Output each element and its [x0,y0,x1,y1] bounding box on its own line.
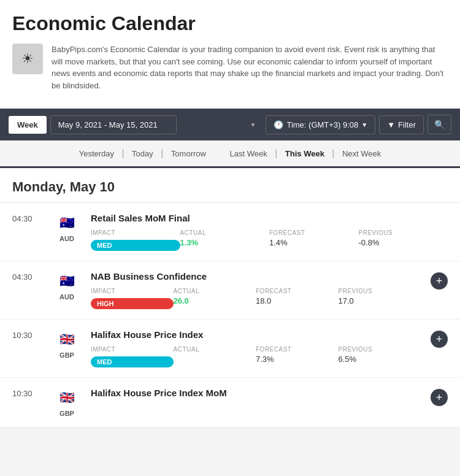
actual-label: ACTUAL [174,346,256,353]
chevron-down-icon: ▼ [361,121,367,128]
nav-today[interactable]: Today [132,149,153,158]
flag-col: 🇦🇺 AUD [53,213,81,242]
nav-this-week[interactable]: This Week [285,149,324,158]
nav-next-week[interactable]: Next Week [342,149,381,158]
flag-col: 🇦🇺 AUD [53,271,81,301]
actual-label: ACTUAL [180,229,270,236]
quick-nav: Yesterday | Today | Tomorrow Last Week |… [0,140,460,168]
currency-label: GBP [59,410,74,417]
previous-value: 6.5% [339,355,421,364]
table-row: 10:30 🇬🇧 GBP Halifax House Price Index I… [0,320,460,378]
page-header: Economic Calendar ☀ BabyPips.com's Econo… [0,0,460,109]
nav-last-week[interactable]: Last Week [230,149,267,158]
event-time: 10:30 [12,388,43,398]
expand-button[interactable]: + [431,389,448,406]
event-time: 04:30 [12,271,43,282]
search-button[interactable]: 🔍 [427,115,451,134]
forecast-value: 18.0 [256,296,339,305]
event-body: Halifax House Price Index MoM [91,388,421,404]
impact-badge: MED [91,356,174,367]
flag-col: 🇬🇧 GBP [53,329,81,359]
event-title: Halifax House Price Index [91,329,421,340]
event-meta: IMPACT MED ACTUAL FORECAST 7.3% PREVIOUS… [91,346,421,367]
event-title: Halifax House Price Index MoM [91,388,421,398]
actual-value: 1.3% [180,238,270,247]
impact-col: IMPACT HIGH [91,288,174,309]
impact-badge: MED [91,240,180,251]
forecast-value: 1.4% [269,238,359,247]
description-text: BabyPips.com's Economic Calendar is your… [52,44,448,91]
date-range-wrapper: May 9, 2021 - May 15, 2021 [50,115,263,134]
page-title: Economic Calendar [12,12,448,35]
impact-label: IMPACT [91,229,180,236]
week-button[interactable]: Week [9,116,47,134]
calendar-icon: ☀ [12,44,43,74]
actual-label: ACTUAL [174,288,256,294]
currency-label: GBP [59,351,74,359]
impact-col: IMPACT MED [91,229,180,251]
flag-col: 🇬🇧 GBP [53,388,81,417]
table-row: 04:30 🇦🇺 AUD NAB Business Confidence IMP… [0,261,460,320]
forecast-label: FORECAST [256,346,339,353]
event-title: Retail Sales MoM Final [91,213,448,223]
event-body: Halifax House Price Index IMPACT MED ACT… [91,329,421,367]
expand-button[interactable]: + [431,272,448,290]
forecast-label: FORECAST [269,229,359,236]
description-box: ☀ BabyPips.com's Economic Calendar is yo… [12,44,448,91]
currency-label: AUD [59,293,74,301]
impact-label: IMPACT [91,288,174,294]
event-time: 04:30 [12,213,43,223]
forecast-value: 7.3% [256,355,339,364]
impact-col: IMPACT MED [91,346,174,367]
impact-label: IMPACT [91,346,174,353]
actual-col: ACTUAL 26.0 [174,288,256,309]
event-body: NAB Business Confidence IMPACT HIGH ACTU… [91,271,421,309]
previous-value: -0.8% [359,238,448,247]
impact-badge: HIGH [91,298,174,309]
nav-tomorrow[interactable]: Tomorrow [171,149,206,158]
previous-label: PREVIOUS [339,288,421,294]
previous-label: PREVIOUS [359,229,448,236]
filter-icon: ▼ [387,120,395,129]
clock-icon: 🕐 [274,120,283,129]
event-meta: IMPACT HIGH ACTUAL 26.0 FORECAST 18.0 PR… [91,288,421,309]
gbp-flag: 🇬🇧 [57,388,77,407]
forecast-col: FORECAST 1.4% [269,229,359,251]
event-body: Retail Sales MoM Final IMPACT MED ACTUAL… [91,213,448,251]
table-row: 10:30 🇬🇧 GBP Halifax House Price Index M… [0,378,460,428]
calendar-content: Monday, May 10 04:30 🇦🇺 AUD Retail Sales… [0,168,460,428]
actual-value: 26.0 [174,296,256,305]
time-button[interactable]: 🕐 Time: (GMT+3) 9:08 ▼ [266,115,375,134]
actual-col: ACTUAL 1.3% [180,229,270,251]
aud-flag: 🇦🇺 [57,213,77,232]
currency-label: AUD [59,235,74,242]
table-row: 04:30 🇦🇺 AUD Retail Sales MoM Final IMPA… [0,203,460,261]
toolbar: Week May 9, 2021 - May 15, 2021 🕐 Time: … [0,109,460,140]
date-range-select[interactable]: May 9, 2021 - May 15, 2021 [50,115,177,134]
forecast-col: FORECAST 18.0 [256,288,339,309]
event-title: NAB Business Confidence [91,271,421,282]
gbp-flag: 🇬🇧 [57,329,77,349]
event-time: 10:30 [12,329,43,340]
forecast-col: FORECAST 7.3% [256,346,339,367]
actual-col: ACTUAL [174,346,256,367]
nav-yesterday[interactable]: Yesterday [79,149,114,158]
expand-button[interactable]: + [431,331,448,348]
previous-value: 17.0 [339,296,421,305]
event-meta: IMPACT MED ACTUAL 1.3% FORECAST 1.4% PRE… [91,229,448,251]
previous-col: PREVIOUS -0.8% [359,229,448,251]
forecast-label: FORECAST [256,288,339,294]
filter-button[interactable]: ▼ Filter [379,115,424,134]
previous-col: PREVIOUS 6.5% [339,346,421,367]
previous-label: PREVIOUS [339,346,421,353]
filter-label: Filter [398,120,416,129]
aud-flag: 🇦🇺 [57,271,77,291]
day-header-monday: Monday, May 10 [0,168,460,203]
search-icon: 🔍 [434,120,445,129]
previous-col: PREVIOUS 17.0 [339,288,421,309]
time-label: Time: (GMT+3) 9:08 [286,120,358,129]
